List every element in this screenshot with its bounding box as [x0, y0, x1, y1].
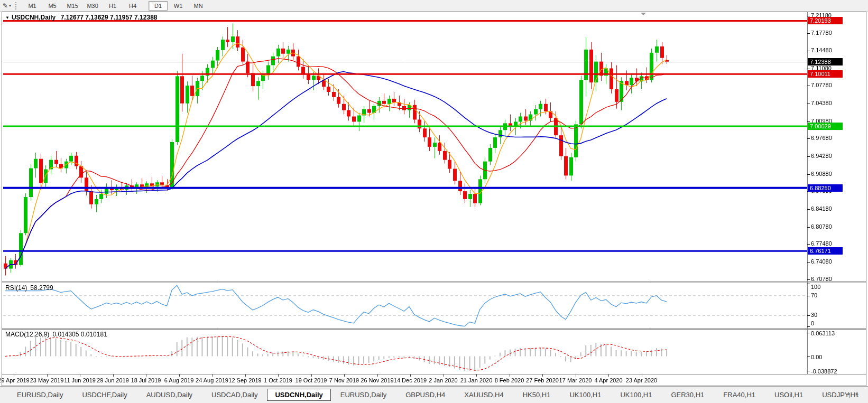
price-tick-label: 7.04380	[811, 100, 832, 106]
macd-indicator-label: MACD(12,26,9)0.014305 0.010181	[5, 331, 107, 338]
macd-name: MACD(12,26,9)	[5, 331, 49, 338]
chart-title: ▼USDCNH,Daily 7.12677 7.13629 7.11957 7.…	[5, 14, 157, 21]
timeframe-button-group: M1M5M15M30H1H4D1W1MN	[22, 1, 214, 11]
price-tick-label: 7.14480	[811, 47, 832, 53]
price-tick-label: 7.07780	[811, 82, 832, 88]
timeframe-button-m15[interactable]: M15	[63, 1, 82, 11]
price-tick-label: 6.80780	[811, 223, 832, 230]
timeframe-button-m30[interactable]: M30	[83, 1, 102, 11]
price-tick-label: 6.97680	[811, 135, 832, 141]
macd-tick-label: 0.00	[811, 354, 822, 360]
price-tick-label: 6.84180	[811, 205, 832, 212]
timeframe-button-m5[interactable]: M5	[43, 1, 62, 11]
date-tick-label: 23 Apr 2020	[618, 377, 666, 383]
symbol-tab-ger30-h1[interactable]: GER30,H1	[661, 389, 714, 401]
chart-symbol-label: USDCNH,Daily	[12, 14, 56, 21]
rsi-tick-label: 70	[811, 292, 817, 298]
tab-scroll-arrows: ◄►	[846, 391, 864, 397]
mt4-terminal: ✎ ▾ M1M5M15M30H1H4D1W1MN ▼USDCNH,Daily 7…	[0, 0, 868, 403]
price-tick-label: 6.77480	[811, 240, 832, 247]
rsi-tick-label: 30	[811, 312, 817, 318]
symbol-tab-usdchf-daily[interactable]: USDCHF,Daily	[72, 389, 136, 401]
toolbar: ✎ ▾ M1M5M15M30H1H4D1W1MN	[0, 0, 868, 12]
timeframe-button-w1[interactable]: W1	[169, 1, 188, 11]
macd-values: 0.014305 0.010181	[52, 331, 107, 338]
level-badge-7.10011: 7.10011	[808, 70, 843, 78]
chart-canvas[interactable]	[0, 0, 868, 403]
timeframe-button-m1[interactable]: M1	[23, 1, 42, 11]
level-badge-6.76171: 6.76171	[808, 247, 843, 255]
symbol-tab-usdcad-daily[interactable]: USDCAD,Daily	[202, 389, 267, 401]
symbol-tab-uk100-h1[interactable]: UK100,H1	[560, 389, 611, 401]
level-badge-7.20193: 7.20193	[808, 17, 843, 24]
rsi-name: RSI(14)	[5, 284, 27, 292]
symbol-tab-xauusd-h4[interactable]: XAUUSD,H4	[455, 389, 513, 401]
price-tick-label: 7.17780	[811, 30, 832, 36]
symbol-tab-audusd-daily[interactable]: AUDUSD,Daily	[137, 389, 202, 401]
timeframe-button-mn[interactable]: MN	[189, 1, 208, 11]
symbol-tab-eurusd-daily[interactable]: EURUSD,Daily	[7, 389, 72, 401]
symbol-tab-usdcnh-daily[interactable]: USDCNH,Daily	[267, 389, 330, 401]
price-tick-label: 6.90880	[811, 171, 832, 177]
level-badge-6.88250: 6.88250	[808, 184, 843, 192]
draw-tool-icon[interactable]: ✎	[3, 2, 8, 10]
price-tick-label: 6.70780	[811, 276, 832, 282]
tab-scroll-right-icon[interactable]: ►	[855, 391, 864, 397]
symbol-tab-uk100-h1[interactable]: UK100,H1	[611, 389, 661, 401]
symbol-tab-usoil-h1[interactable]: USOil,H1	[765, 389, 812, 401]
collapse-chart-icon[interactable]: ▼	[5, 15, 10, 20]
level-badge-7.00029: 7.00029	[808, 123, 843, 130]
symbol-tab-gbpusd-h4[interactable]: GBPUSD,H4	[396, 389, 455, 401]
price-tick-label: 6.94280	[811, 153, 832, 159]
chevron-down-icon[interactable]: ▾	[9, 3, 11, 8]
rsi-indicator-label: RSI(14)58.2799	[5, 284, 53, 292]
symbol-tab-eurusd-daily[interactable]: EURUSD,Daily	[331, 389, 396, 401]
macd-tick-label: -0.038872	[811, 368, 837, 374]
current-price-badge-7.12388: 7.12388	[808, 58, 843, 65]
timeframe-button-h4[interactable]: H4	[123, 1, 142, 11]
symbol-tab-bar: EURUSD,DailyUSDCHF,DailyAUDUSD,DailyUSDC…	[0, 386, 868, 403]
macd-tick-label: 0.063113	[811, 330, 835, 336]
tab-scroll-left-icon[interactable]: ◄	[846, 391, 855, 397]
rsi-value: 58.2799	[30, 284, 53, 292]
price-tick-label: 6.74080	[811, 258, 832, 265]
rsi-tick-label: 100	[811, 284, 820, 290]
rsi-tick-label: 0	[811, 320, 814, 326]
timeframe-button-h1[interactable]: H1	[103, 1, 122, 11]
symbol-tab-hk50-h1[interactable]: HK50,H1	[513, 389, 560, 401]
chart-ohlc-values: 7.12677 7.13629 7.11957 7.12388	[61, 14, 158, 21]
toolbar-grip-handle[interactable]	[15, 2, 19, 10]
symbol-tab-fra40-h1[interactable]: FRA40,H1	[714, 389, 765, 401]
timeframe-button-d1[interactable]: D1	[149, 1, 168, 11]
